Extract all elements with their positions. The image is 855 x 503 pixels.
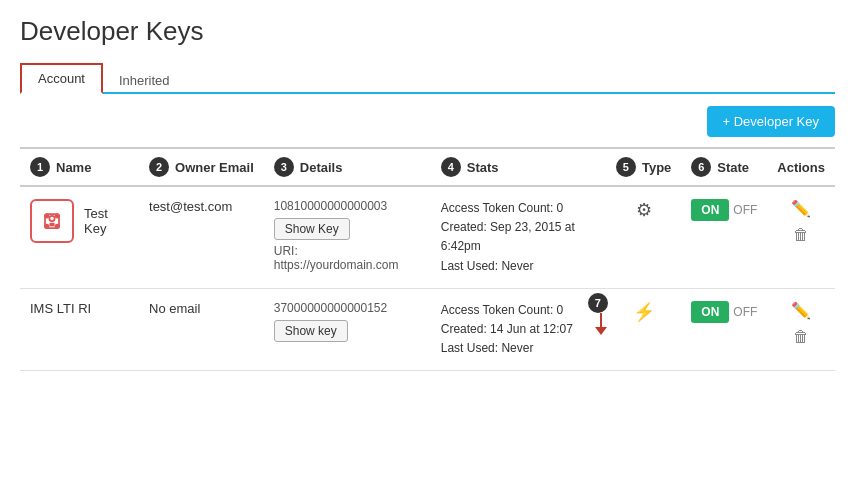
- col-actions: Actions: [767, 148, 835, 186]
- row2-type-cell: ⚡: [606, 288, 681, 371]
- table-row: Test Key test@test.com 10810000000000003…: [20, 186, 835, 288]
- annotation-arrow-7: [591, 313, 611, 337]
- col-name-label: Name: [56, 160, 91, 175]
- svg-point-1: [49, 216, 54, 221]
- row2-edit-icon[interactable]: ✏️: [791, 301, 811, 320]
- row1-toggle-on-button[interactable]: ON: [691, 199, 729, 221]
- col-state-label: State: [717, 160, 749, 175]
- row2-details-cell: 37000000000000152 Show key: [264, 288, 431, 371]
- row2-type-icon: ⚡: [633, 301, 655, 323]
- row2-key-value: 37000000000000152: [274, 301, 421, 315]
- svg-point-5: [55, 224, 60, 229]
- col-num-3: 3: [274, 157, 294, 177]
- row2-state-cell: ON OFF: [681, 288, 767, 371]
- row1-toggle-off-label: OFF: [733, 203, 757, 217]
- svg-point-6: [44, 213, 49, 218]
- row2-delete-icon[interactable]: 🗑: [793, 328, 809, 346]
- page-title: Developer Keys: [20, 16, 835, 47]
- col-num-1: 1: [30, 157, 50, 177]
- row1-edit-icon[interactable]: ✏️: [791, 199, 811, 218]
- row1-actions-cell: ✏️ 🗑: [767, 186, 835, 288]
- row2-name-cell: IMS LTI RI: [20, 288, 139, 371]
- col-stats-label: Stats: [467, 160, 499, 175]
- col-details: 3 Details: [264, 148, 431, 186]
- toolbar: + Developer Key: [20, 106, 835, 137]
- svg-point-3: [55, 213, 60, 218]
- row1-owner-email: test@test.com: [149, 199, 232, 214]
- svg-point-4: [44, 224, 49, 229]
- row1-uri: URI: https://yourdomain.com: [274, 244, 421, 272]
- tab-account[interactable]: Account: [20, 63, 103, 94]
- col-owner-email: 2 Owner Email: [139, 148, 264, 186]
- key-icon-row1: [30, 199, 74, 243]
- row1-name: Test Key: [84, 206, 129, 236]
- row1-state-cell: ON OFF: [681, 186, 767, 288]
- row1-stats-cell: Access Token Count: 0 Created: Sep 23, 2…: [431, 186, 606, 288]
- row1-name-cell: Test Key: [20, 186, 139, 288]
- col-owner-email-label: Owner Email: [175, 160, 254, 175]
- row1-type-cell: ⚙: [606, 186, 681, 288]
- row2-stats-cell: Access Token Count: 0 Created: 14 Jun at…: [431, 288, 606, 371]
- col-num-5: 5: [616, 157, 636, 177]
- col-num-6: 6: [691, 157, 711, 177]
- row2-owner-email: No email: [149, 301, 200, 316]
- col-num-4: 4: [441, 157, 461, 177]
- row1-show-key-button[interactable]: Show Key: [274, 218, 350, 240]
- row2-email-cell: No email: [139, 288, 264, 371]
- tabs-container: Account Inherited: [20, 61, 835, 94]
- row2-name: IMS LTI RI: [30, 301, 91, 316]
- row1-type-icon: ⚙: [636, 199, 652, 221]
- col-state: 6 State: [681, 148, 767, 186]
- col-num-7: 7: [588, 293, 608, 313]
- tab-inherited[interactable]: Inherited: [103, 67, 186, 94]
- developer-keys-table: 1 Name 2 Owner Email 3 Details 4 S: [20, 147, 835, 371]
- row1-key-value: 10810000000000003: [274, 199, 421, 213]
- svg-rect-2: [49, 223, 54, 227]
- svg-marker-8: [595, 327, 607, 335]
- col-type-label: Type: [642, 160, 671, 175]
- table-row: IMS LTI RI No email 37000000000000152 Sh…: [20, 288, 835, 371]
- row1-stats: Access Token Count: 0 Created: Sep 23, 2…: [441, 199, 596, 276]
- col-num-2: 2: [149, 157, 169, 177]
- row2-show-key-button[interactable]: Show key: [274, 320, 348, 342]
- col-actions-label: Actions: [777, 160, 825, 175]
- annotation-7: 7: [588, 293, 614, 337]
- col-details-label: Details: [300, 160, 343, 175]
- table-header-row: 1 Name 2 Owner Email 3 Details 4 S: [20, 148, 835, 186]
- row1-email-cell: test@test.com: [139, 186, 264, 288]
- row1-delete-icon[interactable]: 🗑: [793, 226, 809, 244]
- row2-toggle-off-label: OFF: [733, 305, 757, 319]
- row2-stats: Access Token Count: 0 Created: 14 Jun at…: [441, 301, 596, 359]
- row2-actions-cell: ✏️ 🗑: [767, 288, 835, 371]
- row1-details-cell: 10810000000000003 Show Key URI: https://…: [264, 186, 431, 288]
- col-stats: 4 Stats: [431, 148, 606, 186]
- col-type: 5 Type: [606, 148, 681, 186]
- add-developer-key-button[interactable]: + Developer Key: [707, 106, 835, 137]
- col-name: 1 Name: [20, 148, 139, 186]
- row2-toggle-on-button[interactable]: ON: [691, 301, 729, 323]
